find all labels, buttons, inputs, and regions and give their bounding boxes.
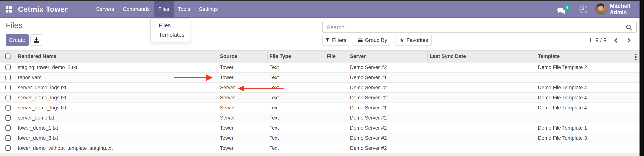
cell-last-sync-date[interactable] [428, 133, 536, 143]
apps-grid-icon[interactable] [6, 6, 12, 12]
cell-file-type[interactable]: Text [268, 93, 325, 102]
cell-source[interactable]: Tower [218, 63, 268, 72]
cell-template[interactable] [536, 143, 640, 153]
cell-file-type[interactable]: Text [268, 123, 325, 133]
cell-server[interactable]: Demo Server #2 [348, 133, 428, 143]
row-checkbox[interactable] [6, 95, 11, 100]
cell-file[interactable] [325, 143, 348, 153]
cell-template[interactable]: Demo File Template 4 [536, 93, 640, 102]
row-checkbox[interactable] [6, 125, 11, 131]
menu-item-settings[interactable]: Settings [194, 1, 222, 17]
cell-rendered-name[interactable]: server_demo_logs.txt [16, 103, 218, 113]
cell-source[interactable]: Tower [218, 123, 268, 133]
cell-server[interactable]: Demo Server #1 [348, 73, 428, 82]
cell-rendered-name[interactable]: tower_demo_3.txt [16, 133, 218, 143]
search-input[interactable] [322, 22, 636, 32]
cell-file[interactable] [325, 113, 348, 123]
pagination-prev-icon[interactable] [614, 38, 619, 43]
filters-button[interactable]: Filters [322, 35, 350, 46]
select-all-checkbox[interactable] [5, 54, 10, 59]
group-by-button[interactable]: Group By [355, 35, 390, 46]
menu-item-files[interactable]: Files [154, 1, 174, 17]
cell-server[interactable]: Demo Server #2 [348, 83, 428, 92]
cell-server[interactable]: Demo Server #2 [348, 143, 428, 153]
table-row[interactable]: server_demo_logs.txt Server Text Demo Se… [0, 103, 640, 113]
cell-server[interactable]: Demo Server #2 [348, 63, 428, 72]
table-row[interactable]: server_demo.txt Server Text Demo Server … [0, 113, 640, 123]
cell-rendered-name[interactable]: tower_demo_1.txt [16, 123, 218, 133]
column-header-template[interactable]: Template [536, 51, 640, 62]
user-menu[interactable]: Mitchell Admin [610, 1, 644, 17]
cell-template[interactable] [536, 113, 640, 123]
cell-rendered-name[interactable]: server_demo.txt [16, 113, 218, 123]
cell-file-type[interactable]: Text [268, 113, 325, 123]
cell-template[interactable]: Demo File Template 1 [536, 123, 640, 133]
cell-file-type[interactable]: Text [268, 73, 325, 82]
row-checkbox[interactable] [6, 145, 11, 151]
cell-file[interactable] [325, 73, 348, 82]
table-row[interactable]: server_demo_logs.txt Server Text Demo Se… [0, 93, 640, 103]
row-checkbox[interactable] [6, 75, 11, 80]
search-icon[interactable] [626, 24, 632, 31]
table-row[interactable]: tower_demo_3.txt Tower Text Demo Server … [0, 133, 640, 143]
cell-last-sync-date[interactable] [428, 83, 536, 92]
row-checkbox[interactable] [6, 105, 11, 111]
cell-rendered-name[interactable]: staging_tower_demo_2.txt [16, 63, 218, 72]
optional-columns-toggle-icon[interactable] [634, 54, 638, 60]
cell-file[interactable] [325, 83, 348, 92]
cell-server[interactable]: Demo Server #1 [348, 103, 428, 113]
column-header-file[interactable]: File [325, 51, 348, 62]
cell-file[interactable] [325, 63, 348, 72]
download-button[interactable] [30, 34, 42, 46]
cell-file-type[interactable]: Text [268, 133, 325, 143]
cell-file[interactable] [325, 103, 348, 113]
app-brand[interactable]: Cetmix Tower [18, 1, 68, 17]
cell-template[interactable]: Demo File Template 3 [536, 133, 640, 143]
table-row[interactable]: server_demo_logs.txt Server Text Demo Se… [0, 83, 640, 93]
row-checkbox[interactable] [6, 65, 11, 70]
cell-source[interactable]: Server [218, 93, 268, 102]
cell-file-type[interactable]: Text [268, 143, 325, 153]
cell-template[interactable]: Demo File Template 4 [536, 83, 640, 92]
row-checkbox[interactable] [6, 85, 11, 90]
table-row[interactable]: tower_demo_without_template_staging.txt … [0, 143, 640, 153]
table-row[interactable]: repos.yaml Tower Text Demo Server #1 [0, 73, 640, 83]
cell-source[interactable]: Tower [218, 133, 268, 143]
cell-file[interactable] [325, 123, 348, 133]
cell-last-sync-date[interactable] [428, 113, 536, 123]
menu-item-servers[interactable]: Servers [92, 1, 118, 17]
cell-last-sync-date[interactable] [428, 143, 536, 153]
column-header-source[interactable]: Source [218, 51, 268, 62]
cell-template[interactable] [536, 73, 640, 82]
activities-clock-icon[interactable] [580, 5, 587, 13]
cell-server[interactable]: Demo Server #2 [348, 113, 428, 123]
table-row[interactable]: tower_demo_1.txt Tower Text Demo Server … [0, 123, 640, 133]
cell-file[interactable] [325, 133, 348, 143]
cell-server[interactable]: Demo Server #2 [348, 93, 428, 102]
table-row[interactable]: staging_tower_demo_2.txt Tower Text Demo… [0, 63, 640, 73]
favorites-button[interactable]: ★ Favorites [396, 35, 432, 46]
cell-last-sync-date[interactable] [428, 123, 536, 133]
cell-rendered-name[interactable]: server_demo_logs.txt [16, 83, 218, 92]
dropdown-item-files[interactable]: Files [150, 21, 190, 30]
menu-item-tools[interactable]: Tools [174, 1, 194, 17]
create-button[interactable]: Create [6, 34, 29, 46]
row-checkbox[interactable] [6, 135, 11, 141]
cell-rendered-name[interactable]: server_demo_logs.txt [16, 93, 218, 102]
cell-template[interactable]: Demo File Template 2 [536, 63, 640, 72]
cell-source[interactable]: Server [218, 113, 268, 123]
cell-file-type[interactable]: Text [268, 103, 325, 113]
cell-source[interactable]: Tower [218, 143, 268, 153]
dropdown-item-templates[interactable]: Templates [150, 30, 190, 39]
column-header-rendered-name[interactable]: Rendered Name [16, 51, 218, 62]
cell-file[interactable] [325, 93, 348, 102]
cell-source[interactable]: Tower [218, 73, 268, 82]
menu-item-commands[interactable]: Commands [118, 1, 154, 17]
column-header-server[interactable]: Server [348, 51, 428, 62]
pagination-next-icon[interactable] [626, 38, 630, 43]
user-avatar[interactable] [595, 3, 607, 15]
cell-last-sync-date[interactable] [428, 103, 536, 113]
cell-template[interactable]: Demo File Template 4 [536, 103, 640, 113]
cell-file-type[interactable]: Text [268, 63, 325, 72]
cell-server[interactable]: Demo Server #2 [348, 123, 428, 133]
